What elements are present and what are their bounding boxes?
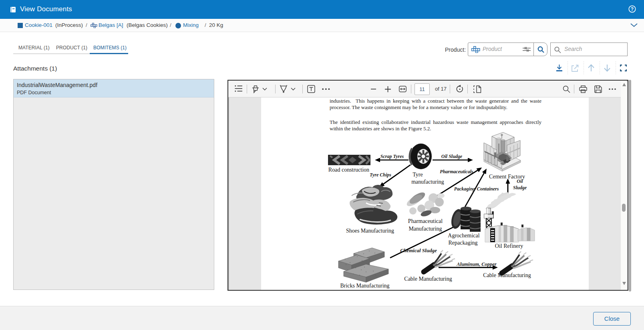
svg-text:Oil Sludge: Oil Sludge	[441, 154, 463, 159]
svg-text:?: ?	[631, 6, 634, 12]
svg-text:Oil Refinery: Oil Refinery	[495, 243, 523, 249]
svg-text:Aluminum, Copper: Aluminum, Copper	[456, 261, 496, 267]
svg-text:Containers: Containers	[477, 186, 499, 192]
svg-text:Bricks Manufacturing: Bricks Manufacturing	[340, 283, 389, 289]
svg-text:Tyre Chips: Tyre Chips	[370, 172, 391, 178]
svg-text:Pharmaceutical: Pharmaceutical	[408, 218, 443, 224]
svg-text:Manufacturing: Manufacturing	[409, 226, 442, 232]
svg-text:Sludge: Sludge	[513, 185, 527, 190]
svg-text:Shoes Manufacturing: Shoes Manufacturing	[346, 228, 394, 234]
svg-text:Cable Manufacturing: Cable Manufacturing	[404, 276, 452, 282]
svg-text:Cable Manufacturing: Cable Manufacturing	[483, 272, 531, 278]
svg-text:Oil: Oil	[517, 178, 523, 184]
svg-text:Packaging: Packaging	[454, 186, 475, 192]
svg-text:Tyre: Tyre	[413, 172, 423, 178]
svg-text:Agrochemical: Agrochemical	[448, 233, 479, 239]
svg-text:Scrap Tyres: Scrap Tyres	[380, 154, 404, 159]
svg-text:Chemical Sludge: Chemical Sludge	[400, 247, 437, 253]
svg-text:Pharmaceuticals: Pharmaceuticals	[440, 169, 473, 174]
svg-text:Repackaging: Repackaging	[448, 240, 477, 246]
svg-text:manufacturing: manufacturing	[411, 179, 444, 185]
svg-text:Road construction: Road construction	[328, 167, 369, 173]
